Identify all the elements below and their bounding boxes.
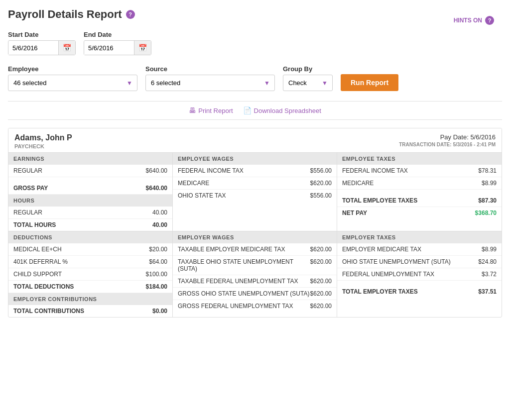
total-employee-taxes-label: TOTAL EMPLOYEE TAXES	[342, 197, 417, 204]
source-label: Source	[145, 65, 275, 73]
earnings-col: EARNINGS REGULAR $640.00 GROSS PAY $640.…	[8, 153, 173, 231]
gross-pay-row: GROSS PAY $640.00	[8, 182, 172, 195]
ohio-suta-label: OHIO STATE UNEMPLOYMENT (SUTA)	[342, 258, 451, 265]
hints-on-button[interactable]: HINTS ON ?	[454, 16, 494, 25]
ohio-suta-row: OHIO STATE UNEMPLOYMENT (SUTA) $24.80	[337, 256, 502, 268]
taxable-federal-unemployment-row: TAXABLE FEDERAL UNEMPLOYMENT TAX $620.00	[173, 275, 337, 288]
child-support-value: $100.00	[146, 271, 167, 278]
groupby-group: Group By Check ▼	[283, 65, 333, 91]
transaction-date: TRANSACTION DATE: 5/3/2016 - 2:41 PM	[399, 142, 496, 147]
ohio-state-tax-wages-label: OHIO STATE TAX	[178, 192, 226, 199]
deductions-col: DEDUCTIONS MEDICAL EE+CH $20.00 401K DEF…	[8, 231, 173, 317]
employer-medicare-tax-value: $8.99	[482, 246, 497, 253]
source-select[interactable]: 6 selected	[145, 75, 275, 91]
taxable-employer-medicare-row: TAXABLE EMPLOYER MEDICARE TAX $620.00	[173, 243, 337, 256]
ohio-state-tax-wages-value: $556.00	[310, 192, 332, 199]
page-title-bar: Payroll Details Report ?	[8, 8, 502, 21]
report-section: Adams, John P PAYCHECK Pay Date: 5/6/201…	[8, 128, 502, 317]
401k-label: 401K DEFERRAL %	[13, 258, 68, 265]
taxable-ohio-suta-label: TAXABLE OHIO STATE UNEMPLOYMENT (SUTA)	[178, 258, 310, 272]
start-date-label: Start Date	[8, 31, 76, 38]
hints-on-label: HINTS ON	[454, 17, 482, 24]
taxable-employer-medicare-value: $620.00	[310, 246, 332, 253]
employee-wages-col: EMPLOYEE WAGES FEDERAL INCOME TAX $556.0…	[173, 153, 337, 231]
source-select-wrap: 6 selected ▼	[145, 75, 275, 91]
medicare-tax-label: MEDICARE	[342, 180, 374, 187]
total-hours-label: TOTAL HOURS	[13, 221, 56, 228]
ohio-suta-value: $24.80	[478, 258, 497, 265]
employer-wages-col: EMPLOYER WAGES TAXABLE EMPLOYER MEDICARE…	[173, 231, 337, 317]
child-support-label: CHILD SUPPORT	[13, 271, 62, 278]
employer-wages-header: EMPLOYER WAGES	[173, 231, 337, 243]
fed-income-tax-wages-label: FEDERAL INCOME TAX	[178, 167, 244, 174]
total-hours-row: TOTAL HOURS 40.00	[8, 219, 172, 231]
download-icon: 📄	[243, 106, 252, 114]
print-report-link[interactable]: 🖶 Print Report	[189, 106, 233, 114]
total-deductions-row: TOTAL DEDUCTIONS $184.00	[8, 281, 172, 293]
print-report-label: Print Report	[198, 107, 233, 114]
transaction-date-value: 5/3/2016 - 2:41 PM	[453, 142, 496, 147]
total-contributions-value: $0.00	[152, 308, 167, 315]
employee-taxes-col: EMPLOYEE TAXES FEDERAL INCOME TAX $78.31…	[337, 153, 502, 231]
child-support-row: CHILD SUPPORT $100.00	[8, 268, 172, 281]
401k-row: 401K DEFERRAL % $64.00	[8, 256, 172, 268]
help-icon[interactable]: ?	[126, 10, 135, 19]
filters-row-2: Employee 46 selected ▼ Source 6 selected…	[8, 65, 502, 91]
report-top-grid: EARNINGS REGULAR $640.00 GROSS PAY $640.…	[8, 153, 502, 231]
net-pay-value: $368.70	[475, 210, 497, 216]
taxable-federal-unemployment-label: TAXABLE FEDERAL UNEMPLOYMENT TAX	[178, 278, 298, 285]
pay-date: Pay Date: 5/6/2016	[399, 133, 496, 141]
medicare-tax-row: MEDICARE $8.99	[337, 177, 502, 190]
taxable-ohio-suta-row: TAXABLE OHIO STATE UNEMPLOYMENT (SUTA) $…	[173, 256, 337, 275]
net-pay-row: NET PAY $368.70	[337, 207, 502, 219]
report-date-info: Pay Date: 5/6/2016 TRANSACTION DATE: 5/3…	[399, 133, 496, 147]
medicare-wages-label: MEDICARE	[178, 180, 209, 187]
401k-value: $64.00	[149, 258, 167, 265]
pay-date-value: 5/6/2016	[470, 133, 496, 141]
gross-ohio-suta-row: GROSS OHIO STATE UNEMPLOYMENT (SUTA) $62…	[173, 288, 337, 300]
medicare-wages-row: MEDICARE $620.00	[173, 177, 337, 190]
hours-regular-value: 40.00	[152, 209, 167, 216]
employer-medicare-tax-label: EMPLOYER MEDICARE TAX	[342, 246, 421, 253]
report-employee-info: Adams, John P PAYCHECK	[14, 133, 72, 149]
earnings-header: EARNINGS	[8, 153, 172, 165]
employee-select[interactable]: 46 selected	[8, 75, 137, 91]
end-date-input-wrap: 📅	[84, 40, 151, 55]
page-title: Payroll Details Report	[8, 8, 122, 21]
total-employer-taxes-label: TOTAL EMPLOYER TAXES	[342, 288, 418, 295]
fed-income-tax-label: FEDERAL INCOME TAX	[342, 167, 408, 174]
paycheck-label: PAYCHECK	[14, 143, 72, 149]
report-header: Adams, John P PAYCHECK Pay Date: 5/6/201…	[8, 128, 502, 153]
total-contributions-label: TOTAL CONTRIBUTIONS	[13, 308, 84, 315]
end-date-input[interactable]	[84, 41, 134, 55]
employer-taxes-col: EMPLOYER TAXES EMPLOYER MEDICARE TAX $8.…	[337, 231, 502, 317]
medicare-tax-value: $8.99	[482, 180, 497, 187]
download-spreadsheet-link[interactable]: 📄 Download Spreadsheet	[243, 106, 321, 114]
fed-income-tax-row: FEDERAL INCOME TAX $78.31	[337, 165, 502, 177]
employee-group: Employee 46 selected ▼	[8, 65, 137, 91]
start-date-input[interactable]	[8, 41, 58, 55]
groupby-select[interactable]: Check	[283, 75, 333, 91]
end-date-group: End Date 📅	[84, 31, 151, 55]
total-employee-taxes-row: TOTAL EMPLOYEE TAXES $87.30	[337, 195, 502, 207]
filters-row: Start Date 📅 End Date 📅	[8, 31, 502, 55]
run-report-button[interactable]: Run Report	[341, 74, 398, 91]
start-date-group: Start Date 📅	[8, 31, 76, 55]
employer-medicare-tax-row: EMPLOYER MEDICARE TAX $8.99	[337, 243, 502, 256]
employee-wages-header: EMPLOYEE WAGES	[173, 153, 337, 165]
hours-regular-row: REGULAR 40.00	[8, 207, 172, 219]
medicare-wages-value: $620.00	[310, 180, 332, 187]
federal-unemployment-tax-value: $3.72	[482, 271, 497, 278]
gross-ohio-suta-label: GROSS OHIO STATE UNEMPLOYMENT (SUTA)	[178, 290, 309, 297]
start-date-calendar-button[interactable]: 📅	[58, 41, 75, 55]
report-bottom-grid: DEDUCTIONS MEDICAL EE+CH $20.00 401K DEF…	[8, 231, 502, 317]
employee-name: Adams, John P	[14, 133, 72, 142]
hours-regular-label: REGULAR	[13, 209, 42, 216]
employer-contributions-header: EMPLOYER CONTRIBUTIONS	[8, 293, 172, 305]
medical-ee-row: MEDICAL EE+CH $20.00	[8, 243, 172, 256]
end-date-calendar-button[interactable]: 📅	[134, 41, 151, 55]
transaction-date-label: TRANSACTION DATE:	[399, 142, 451, 147]
total-contributions-row: TOTAL CONTRIBUTIONS $0.00	[8, 305, 172, 317]
deductions-header: DEDUCTIONS	[8, 231, 172, 243]
total-deductions-label: TOTAL DEDUCTIONS	[13, 283, 74, 290]
